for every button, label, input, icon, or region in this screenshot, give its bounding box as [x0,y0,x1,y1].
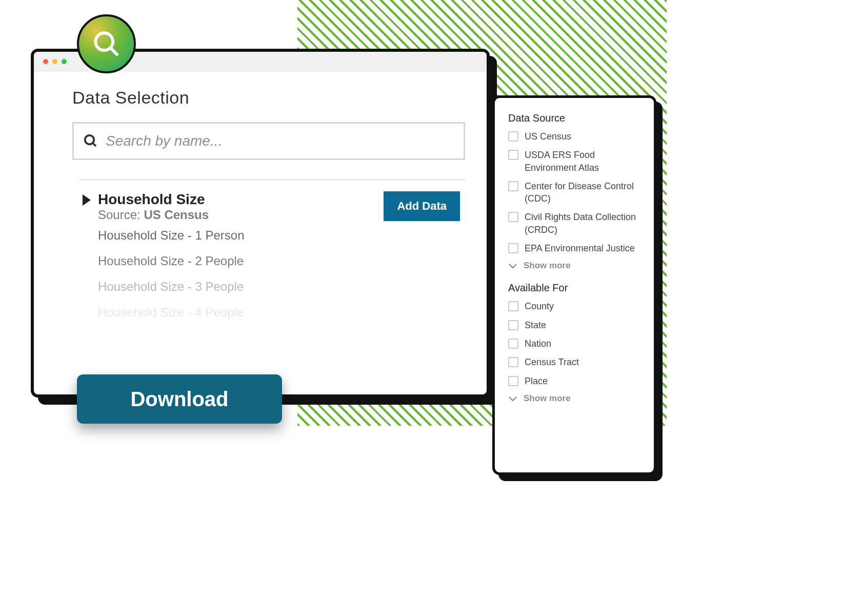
facet-label: US Census [525,130,571,143]
divider [79,180,465,180]
search-icon [83,133,98,149]
checkbox[interactable] [508,376,518,386]
add-data-button[interactable]: Add Data [384,191,460,221]
result-source: Source: US Census [98,208,209,222]
checkbox[interactable] [508,357,518,367]
svg-line-3 [110,48,118,55]
list-item[interactable]: Household Size - 4 People [98,305,465,320]
page-title: Data Selection [72,88,465,108]
facet-label: Civil Rights Data Collection (CRDC) [525,211,640,236]
window-zoom-dot[interactable] [62,59,67,64]
checkbox[interactable] [508,243,518,253]
checkbox[interactable] [508,181,518,191]
expand-icon[interactable] [83,194,91,206]
window-minimize-dot[interactable] [52,59,57,64]
show-more-label: Show more [524,393,571,404]
result-title: Household Size [98,191,209,208]
search-badge [77,14,136,73]
result-source-prefix: Source: [98,208,144,222]
chevron-down-icon [508,395,517,402]
checkbox[interactable] [508,150,518,160]
facet-label: County [525,300,554,312]
facet-label: Census Tract [525,356,579,368]
svg-line-1 [93,143,96,146]
svg-point-0 [85,135,94,145]
list-item[interactable]: Household Size - 1 Person [98,228,465,243]
chevron-down-icon [508,263,517,269]
download-button[interactable]: Download [77,374,282,424]
facet-option[interactable]: USDA ERS Food Environment Atlas [508,149,640,174]
result-source-name: US Census [144,208,209,222]
facet-label: State [525,319,546,331]
facet-heading-available-for: Available For [508,282,640,294]
list-item[interactable]: Household Size - 2 People [98,254,465,268]
search-input[interactable] [106,133,454,149]
checkbox[interactable] [508,212,518,222]
facet-label: EPA Environmental Justice [525,242,635,254]
facet-label: Center for Disease Control (CDC) [525,180,640,205]
browser-window: Data Selection Household Size Source: US… [31,49,490,398]
facet-option[interactable]: Civil Rights Data Collection (CRDC) [508,211,640,236]
result-row: Household Size Source: US Census Add Dat… [83,191,465,222]
checkbox[interactable] [508,339,518,349]
show-more-data-source[interactable]: Show more [508,261,640,271]
facet-option[interactable]: State [508,319,640,331]
result-items: Household Size - 1 Person Household Size… [98,228,465,320]
facet-panel: Data Source US Census USDA ERS Food Envi… [492,95,656,475]
facet-option[interactable]: Center for Disease Control (CDC) [508,180,640,205]
window-close-dot[interactable] [43,59,48,64]
facet-option[interactable]: US Census [508,130,640,143]
checkbox[interactable] [508,320,518,330]
facet-option[interactable]: County [508,300,640,312]
facet-label: Place [525,375,548,387]
svg-point-2 [95,33,113,50]
facet-label: USDA ERS Food Environment Atlas [525,149,640,174]
list-item[interactable]: Household Size - 3 People [98,280,465,294]
checkbox[interactable] [508,131,518,142]
facet-option[interactable]: Nation [508,337,640,350]
search-icon [92,29,122,59]
browser-content: Data Selection Household Size Source: US… [34,71,487,320]
facet-option[interactable]: EPA Environmental Justice [508,242,640,254]
facet-heading-data-source: Data Source [508,112,640,124]
facet-option[interactable]: Census Tract [508,356,640,368]
search-input-wrapper[interactable] [72,122,465,160]
facet-option[interactable]: Place [508,375,640,387]
facet-label: Nation [525,337,551,350]
checkbox[interactable] [508,301,518,311]
show-more-available-for[interactable]: Show more [508,393,640,404]
show-more-label: Show more [524,261,571,271]
